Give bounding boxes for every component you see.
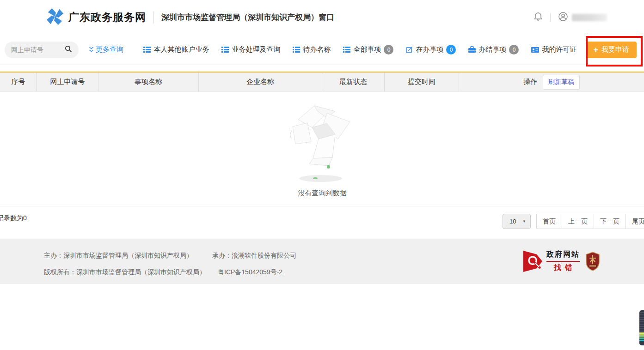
edit-icon — [406, 46, 413, 53]
nav-item-label: 待办名称 — [303, 45, 331, 54]
site-error-label2: 找错 — [550, 263, 576, 273]
empty-state: 没有查询到数据 — [271, 92, 373, 168]
idcard-icon — [531, 47, 539, 53]
prev-page-button[interactable]: 上一页 — [562, 214, 594, 229]
column-header-company-name: 企业名称 — [199, 72, 322, 91]
nav-item-business-processing[interactable]: 业务处理及查询 — [221, 45, 280, 54]
apply-button-label: 我要申请 — [601, 45, 629, 54]
pagination-bar: 记录数为0 10 ▼ 首页 上一页 下一页 尾页 — [0, 206, 644, 239]
user-avatar-icon[interactable] — [558, 12, 568, 24]
list-icon — [343, 47, 350, 53]
refresh-draft-button[interactable]: 刷新草稿 — [543, 75, 580, 90]
column-header-submit-time: 提交时间 — [385, 72, 459, 91]
list-icon — [293, 47, 300, 53]
falling-dot — [327, 165, 330, 169]
page-footer: 主办：深圳市市场监督管理局（深圳市知识产权局）承办：浪潮软件股份有限公司 版权所… — [0, 239, 644, 284]
list-icon — [143, 47, 151, 53]
nav-item-label: 全部事项 — [353, 45, 381, 54]
site-error-magnifier-icon — [523, 250, 543, 272]
dropdown-arrow-icon: ▼ — [522, 219, 526, 223]
list-icon — [221, 47, 229, 53]
column-header-item-name: 事项名称 — [98, 72, 199, 91]
site-error-badge[interactable]: 政府网站 找错 — [523, 250, 580, 273]
plus-icon: + — [593, 46, 598, 54]
footer-copyright: 版权所有：深圳市市场监督管理局（深圳市知识产权局） — [44, 268, 206, 276]
widget-stripes-colored — [639, 332, 644, 344]
more-query-link[interactable]: 更多查询 — [89, 45, 123, 54]
toolbar: 更多查询 本人其他账户业务 业务处理及查询 待办名称 全部事项 0 在办事项 0… — [0, 35, 644, 65]
nav-item-my-licenses[interactable]: 我的许可证 — [531, 45, 577, 54]
last-page-button[interactable]: 尾页 — [626, 214, 644, 229]
brand-name: 广东政务服务网 — [68, 10, 146, 24]
footer-icp: 粤ICP备15042059号-2 — [218, 268, 282, 276]
pinwheel-logo-icon — [46, 8, 64, 27]
shadow-dot — [313, 177, 318, 179]
nav-item-all-items[interactable]: 全部事项 0 — [343, 45, 393, 54]
search-icon[interactable] — [65, 45, 72, 54]
footer-undertake: 承办：浪潮软件股份有限公司 — [212, 252, 296, 259]
search-input[interactable] — [11, 46, 65, 54]
nav-item-other-account-business[interactable]: 本人其他账户业务 — [143, 45, 209, 54]
footer-host: 主办：深圳市市场监督管理局（深圳市知识产权局） — [44, 252, 193, 259]
first-page-button[interactable]: 首页 — [536, 214, 562, 229]
header-right-divider — [550, 13, 551, 22]
government-shield-badge[interactable] — [585, 252, 600, 271]
widget-stripes-dark — [639, 312, 644, 332]
brand[interactable]: 广东政务服务网 — [46, 8, 146, 27]
nav-item-todo-names[interactable]: 待办名称 — [293, 45, 331, 54]
column-header-actions: 操作 刷新草稿 — [459, 72, 644, 91]
count-badge: 0 — [446, 45, 456, 54]
nav-item-label: 本人其他账户业务 — [153, 45, 209, 54]
floating-widget[interactable] — [639, 310, 644, 345]
column-header-application-no: 网上申请号 — [37, 72, 98, 91]
shadow-ellipse — [299, 175, 342, 182]
page-size-value: 10 — [509, 218, 516, 225]
table-header-row: 序号 网上申请号 事项名称 企业名称 最新状态 提交时间 操作 刷新草稿 — [0, 72, 644, 92]
nav-item-in-progress[interactable]: 在办事项 0 — [406, 45, 456, 54]
footer-line2: 版权所有：深圳市市场监督管理局（深圳市知识产权局）粤ICP备15042059号-… — [44, 268, 282, 277]
column-header-seq: 序号 — [0, 72, 37, 91]
nav-item-label: 办结事项 — [478, 45, 506, 54]
double-chevron-down-icon — [89, 47, 94, 53]
page-size-select[interactable]: 10 ▼ — [503, 214, 531, 229]
pagination-buttons: 首页 上一页 下一页 尾页 — [536, 214, 644, 229]
nav-item-label: 我的许可证 — [542, 45, 577, 54]
table-body-area: 没有查询到数据 — [0, 92, 644, 206]
nav-item-label: 在办事项 — [416, 45, 443, 54]
nav-menu: 本人其他账户业务 业务处理及查询 待办名称 全部事项 0 在办事项 0 办结事项… — [143, 45, 577, 54]
actions-label: 操作 — [523, 78, 537, 86]
next-page-button[interactable]: 下一页 — [594, 214, 626, 229]
header-divider — [153, 12, 154, 24]
username-redacted[interactable] — [572, 14, 607, 21]
nav-item-label: 业务处理及查询 — [232, 45, 280, 54]
footer-line1: 主办：深圳市市场监督管理局（深圳市知识产权局）承办：浪潮软件股份有限公司 — [44, 252, 296, 260]
footer-badges: 政府网站 找错 — [523, 250, 600, 273]
bell-icon[interactable] — [534, 12, 543, 24]
more-query-label: 更多查询 — [96, 45, 123, 54]
record-count: 记录数为0 — [0, 214, 27, 223]
count-badge: 0 — [384, 45, 393, 54]
search-box[interactable] — [5, 42, 79, 58]
column-header-latest-status: 最新状态 — [322, 72, 385, 91]
page-header: 广东政务服务网 深圳市市场监督管理局（深圳市知识产权局）窗口 — [0, 0, 644, 35]
empty-text: 没有查询到数据 — [271, 189, 373, 198]
site-error-label1: 政府网站 — [546, 250, 580, 262]
empty-box-illustration — [289, 101, 358, 168]
page-title: 深圳市市场监督管理局（深圳市知识产权局）窗口 — [161, 12, 334, 23]
count-badge: 0 — [509, 45, 519, 54]
nav-item-completed[interactable]: 办结事项 0 — [468, 45, 519, 54]
briefcase-icon — [468, 46, 476, 53]
apply-button[interactable]: + 我要申请 — [586, 42, 637, 58]
